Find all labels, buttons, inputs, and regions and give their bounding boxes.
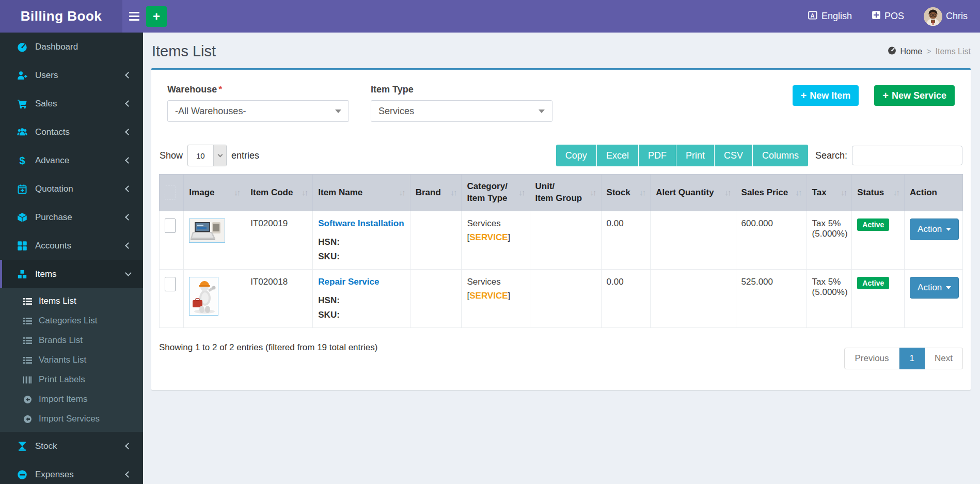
chevron-left-icon [125,242,132,249]
column-alert-quantity[interactable]: Alert Quantity↓↑ [651,175,736,211]
navbar: + A English POS [122,0,980,33]
arrow-circle-left-icon [23,395,32,404]
content: Items List Home > Items List Warehouse* … [143,0,980,451]
sidebar-item-advance[interactable]: $ Advance [0,146,143,175]
column-brand[interactable]: Brand↓↑ [410,175,462,211]
users-icon [17,127,28,138]
row-checkbox[interactable] [165,277,176,291]
column-item-code[interactable]: Item Code↓↑ [245,175,313,211]
select-all-checkbox[interactable] [165,185,176,200]
new-service-button[interactable]: +New Service [874,85,955,106]
user-menu[interactable]: Chris [924,7,968,26]
svg-text:A: A [811,12,815,18]
chevron-left-icon [125,72,132,79]
language-label: English [821,11,852,22]
item-type-label: Item Type [371,84,552,95]
previous-page-button[interactable]: Previous [844,348,899,369]
sidebar-item-quotation[interactable]: Quotation [0,175,143,203]
quick-add-button[interactable]: + [146,6,167,27]
columns-button[interactable]: Columns [753,145,808,166]
column-tax[interactable]: Tax↓↑ [807,175,852,211]
item-name-link[interactable]: Software Installation [318,218,404,228]
sidebar-subitem-items-list[interactable]: Items List [0,291,143,311]
csv-button[interactable]: CSV [715,145,753,166]
sidebar-subitem-print-labels[interactable]: Print Labels [0,370,143,389]
sidebar-subitem-brands-list[interactable]: Brands List [0,331,143,350]
page-length-select[interactable]: 10 [187,145,227,166]
chevron-left-icon [125,129,132,135]
list-icon [23,355,32,365]
plus-square-icon [872,10,881,22]
breadcrumb-current: Items List [936,47,971,56]
select-all-header[interactable] [160,175,184,211]
item-type-select[interactable]: Services [371,100,552,122]
sidebar-item-dashboard[interactable]: Dashboard [0,33,143,61]
sidebar-subitem-import-items[interactable]: Import Items [0,389,143,409]
tax-rate: (5.000%) [812,287,847,298]
category-tag: [SERVICE] [467,232,524,243]
table-controls: Show 10 entries Copy Excel PDF Print CSV… [160,145,962,166]
sidebar-item-stock[interactable]: Stock [0,432,143,460]
item-name-link[interactable]: Repair Service [318,277,379,287]
sort-icon: ↓↑ [230,188,240,197]
print-button[interactable]: Print [676,145,715,166]
column-unit[interactable]: Unit/Item Group↓↑ [530,175,601,211]
item-thumbnail-repairman[interactable] [189,277,218,316]
sort-icon: ↓↑ [721,188,731,197]
sidebar-toggle-icon[interactable] [122,0,146,33]
sidebar-item-sales[interactable]: Sales [0,89,143,118]
app-logo[interactable]: Billing Book [0,0,122,33]
excel-button[interactable]: Excel [597,145,639,166]
sort-icon: ↓↑ [889,188,899,197]
sidebar-label: Items [35,269,126,279]
sidebar-item-expenses[interactable]: Expenses [0,460,143,484]
sidebar-subitem-categories-list[interactable]: Categories List [0,311,143,331]
row-checkbox[interactable] [165,218,176,233]
sidebar-item-purchase[interactable]: Purchase [0,203,143,231]
plus-icon: + [801,90,807,102]
new-item-button[interactable]: +New Item [793,85,859,106]
sidebar-subitem-variants-list[interactable]: Variants List [0,350,143,370]
column-stock[interactable]: Stock↓↑ [601,175,651,211]
chevron-left-icon [125,100,132,107]
sidebar-subitem-import-services[interactable]: Import Services [0,409,143,429]
pos-menu[interactable]: POS [872,10,904,22]
pdf-button[interactable]: PDF [639,145,676,166]
column-image[interactable]: Image↓↑ [184,175,245,211]
language-menu[interactable]: A English [808,10,852,23]
caret-down-icon [946,228,951,231]
sidebar-item-accounts[interactable]: Accounts [0,231,143,260]
hourglass-icon [17,441,28,452]
item-thumbnail-laptop[interactable] [189,218,225,243]
page-1-button[interactable]: 1 [899,348,925,369]
action-dropdown-button[interactable]: Action [910,218,959,240]
sidebar-item-users[interactable]: Users [0,61,143,89]
stock-cell: 0.00 [607,277,624,287]
search-input[interactable] [852,146,962,165]
next-page-button[interactable]: Next [925,348,963,369]
entries-summary: Showing 1 to 2 of 2 entries (filtered fr… [159,340,377,353]
hsn-label: HSN: [318,237,404,247]
column-status[interactable]: Status↓↑ [852,175,905,211]
action-dropdown-button[interactable]: Action [910,277,959,299]
tax-name: Tax 5% [812,277,847,287]
sidebar-item-items[interactable]: Items [0,260,143,288]
column-action: Action [905,175,963,211]
sales-price-cell: 600.000 [741,218,773,228]
warehouse-select[interactable]: -All Warehouses- [167,100,349,122]
copy-button[interactable]: Copy [556,145,597,166]
column-sales-price[interactable]: Sales Price↓↑ [736,175,807,211]
table-row: IT020018 Repair Service HSN: SKU: Servic… [160,269,963,327]
sidebar-item-contacts[interactable]: Contacts [0,118,143,146]
stock-cell: 0.00 [607,218,624,228]
table-footer: Showing 1 to 2 of 2 entries (filtered fr… [159,340,963,369]
column-item-name[interactable]: Item Name↓↑ [313,175,410,211]
column-category[interactable]: Category/Item Type↓↑ [462,175,530,211]
chevron-left-icon [125,157,132,164]
chevron-left-icon [125,185,132,192]
items-table: Image↓↑ Item Code↓↑ Item Name↓↑ Brand↓↑ … [159,174,963,328]
breadcrumb-home[interactable]: Home [900,47,923,56]
caret-down-icon [335,110,341,113]
dollar-icon: $ [17,155,28,166]
required-asterisk: * [218,84,222,95]
